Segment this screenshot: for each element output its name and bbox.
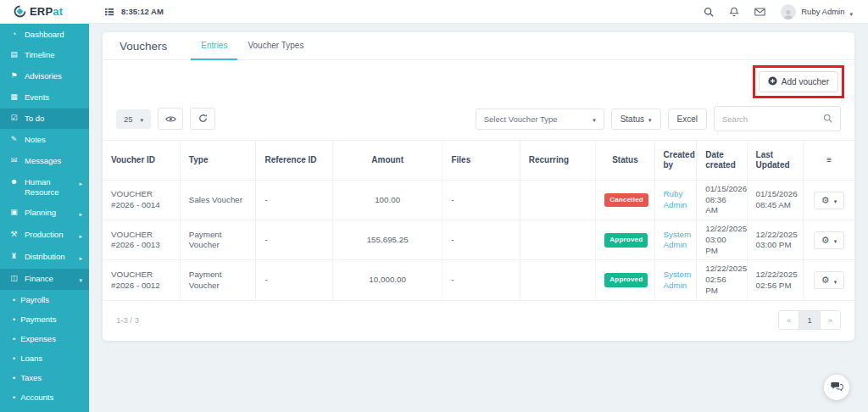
cell-amount: 10,000.00 <box>332 260 442 300</box>
cell-date-created: 12/22/2025 02:56 PM <box>697 260 747 300</box>
column-header-voucher-id: Voucher ID <box>103 141 180 181</box>
status-filter-button[interactable]: Status <box>611 109 661 130</box>
notes-icon: ✎ <box>9 135 19 144</box>
column-header-created-by: Created by <box>654 141 697 181</box>
sidebar-subitem-payments[interactable]: Payments <box>0 309 89 329</box>
sidebar-item-timeline[interactable]: ▤Timeline <box>0 45 89 66</box>
page-size-select[interactable]: 25 <box>116 109 151 129</box>
cell-reference-id: - <box>256 220 332 260</box>
chat-button[interactable] <box>824 375 849 400</box>
search-input[interactable] <box>722 114 818 124</box>
app-logo[interactable]: ERPat <box>0 5 89 18</box>
column-header-files: Files <box>442 141 520 181</box>
cell-files: - <box>442 181 520 220</box>
cell-type: Sales Voucher <box>180 181 256 220</box>
toggle-columns-eye-button[interactable] <box>158 108 183 130</box>
cell-voucher-id: VOUCHER #2026 - 0014 <box>103 181 180 220</box>
search-icon[interactable] <box>704 7 714 17</box>
cell-amount: 155,695.25 <box>332 220 442 260</box>
chevron-right-icon <box>79 208 82 219</box>
created-by-link[interactable]: System Admin <box>664 270 692 290</box>
logo-icon <box>14 5 26 18</box>
tab-entries[interactable]: Entries <box>191 32 237 60</box>
todo-check-icon: ☑ <box>9 114 19 123</box>
events-calendar-icon: ▦ <box>9 92 19 102</box>
sidebar-item-production[interactable]: ⚒Production <box>0 225 89 247</box>
tab-voucher-types[interactable]: Voucher Types <box>237 32 314 60</box>
cell-created-by: System Admin <box>654 260 697 300</box>
card-header: Vouchers Entries Voucher Types <box>103 32 854 60</box>
add-voucher-row: Add voucher <box>103 60 854 102</box>
cell-status: Approved <box>596 220 654 260</box>
user-menu[interactable]: Ruby Admin <box>781 4 853 19</box>
cell-date-created: 01/15/2026 08:36 AM <box>697 181 747 220</box>
column-header-date-created: Date created <box>697 141 747 181</box>
cell-amount: 100.00 <box>332 181 442 220</box>
sidebar-item-human-resource[interactable]: ☻Human Resource <box>0 171 89 203</box>
table-row: VOUCHER #2026 - 0014 Sales Voucher - 100… <box>103 181 854 220</box>
sidebar: ◔Dashboard ▤Timeline ⚑Advisories ▦Events… <box>0 24 89 412</box>
row-actions-button[interactable]: ⚙ <box>814 192 844 209</box>
cell-last-updated: 12/22/2025 02:56 PM <box>747 260 804 300</box>
cell-status: Cancelled <box>596 181 654 220</box>
advisories-icon: ⚑ <box>9 71 19 81</box>
top-bar: ERPat 8:35:12 AM Ruby Admin <box>0 0 868 24</box>
sidebar-item-planning[interactable]: ▣Planning <box>0 203 89 225</box>
cell-actions: ⚙ <box>804 220 854 260</box>
voucher-type-select[interactable]: Select Voucher Type <box>476 109 604 130</box>
avatar <box>781 4 796 19</box>
cell-date-created: 12/22/2025 03:00 PM <box>697 220 747 260</box>
table-controls: 25 Select Voucher Type <box>103 102 854 140</box>
pagination-prev-button[interactable]: « <box>779 311 798 329</box>
refresh-button[interactable] <box>190 108 215 130</box>
search-icon <box>823 111 832 126</box>
chevron-down-icon <box>141 114 144 124</box>
cell-actions: ⚙ <box>804 260 854 300</box>
sidebar-item-advisories[interactable]: ⚑Advisories <box>0 66 89 87</box>
pagination-next-button[interactable]: » <box>821 311 840 329</box>
column-header-last-updated: Last Updated <box>747 141 804 181</box>
created-by-link[interactable]: System Admin <box>664 230 692 250</box>
pagination-page-1[interactable]: 1 <box>798 311 820 329</box>
sidebar-subitem-vouchers[interactable]: Vouchers <box>0 407 89 412</box>
sidebar-item-messages[interactable]: ✉Messages <box>0 150 89 171</box>
cell-type: Payment Voucher <box>180 220 256 260</box>
add-voucher-button[interactable]: Add voucher <box>759 71 838 92</box>
created-by-link[interactable]: Ruby Admin <box>664 189 687 209</box>
sidebar-item-events[interactable]: ▦Events <box>0 87 89 109</box>
notifications-bell-icon[interactable] <box>729 7 739 17</box>
sidebar-subitem-expenses[interactable]: Expenses <box>0 329 89 348</box>
sidebar-item-todo[interactable]: ☑To do <box>0 109 89 130</box>
row-actions-button[interactable]: ⚙ <box>814 231 844 249</box>
sidebar-subitem-accounts[interactable]: Accounts <box>0 387 89 407</box>
timeline-icon: ▤ <box>9 50 19 59</box>
cell-last-updated: 12/22/2025 03:00 PM <box>747 220 804 260</box>
sidebar-item-dashboard[interactable]: ◔Dashboard <box>0 24 89 45</box>
row-actions-button[interactable]: ⚙ <box>814 271 844 289</box>
mail-envelope-icon[interactable] <box>754 8 765 16</box>
cogs-icon: ⚙ <box>821 195 830 206</box>
sidebar-item-notes[interactable]: ✎Notes <box>0 129 89 150</box>
cell-recurring <box>520 181 596 220</box>
sidebar-item-finance[interactable]: ◫Finance <box>0 269 89 291</box>
sidebar-subitem-loans[interactable]: Loans <box>0 348 89 368</box>
cell-created-by: Ruby Admin <box>654 181 697 220</box>
table-menu-icon[interactable]: ≡ <box>826 155 832 164</box>
production-icon: ⚒ <box>9 230 19 239</box>
cell-recurring <box>520 220 596 260</box>
sidebar-item-distribution[interactable]: ♜Distribution <box>0 247 89 269</box>
column-header-status: Status <box>596 141 654 181</box>
pagination: « 1 » <box>778 310 841 330</box>
cell-created-by: System Admin <box>654 220 697 260</box>
chevron-down-icon <box>834 195 837 205</box>
brand-text-primary: ERP <box>30 5 53 18</box>
sidebar-subitem-payrolls[interactable]: Payrolls <box>0 290 89 309</box>
vouchers-table: Voucher ID Type Reference ID Amount File… <box>103 140 854 301</box>
brand-text-accent: at <box>53 5 63 18</box>
dashboard-icon: ◔ <box>9 30 19 39</box>
attendance-list-icon[interactable] <box>104 8 114 16</box>
table-row: VOUCHER #2026 - 0012 Payment Voucher - 1… <box>103 260 854 300</box>
sidebar-subitem-taxes[interactable]: Taxes <box>0 368 89 387</box>
table-header-row: Voucher ID Type Reference ID Amount File… <box>103 141 854 181</box>
excel-export-button[interactable]: Excel <box>668 109 707 130</box>
